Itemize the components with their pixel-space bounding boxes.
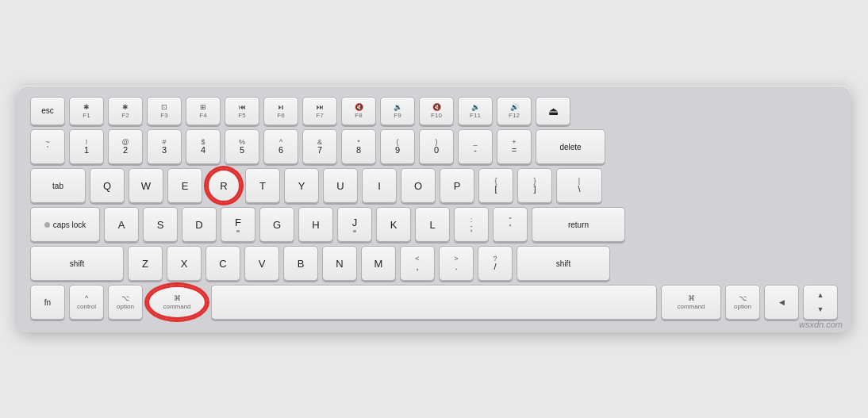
key-space[interactable] xyxy=(211,285,657,320)
key-return[interactable]: return xyxy=(532,207,625,242)
key-tab[interactable]: tab xyxy=(30,168,86,203)
key-i[interactable]: I xyxy=(362,168,397,203)
key-1[interactable]: ! 1 xyxy=(69,129,104,164)
key-shift-right[interactable]: shift xyxy=(517,246,610,281)
key-6[interactable]: ^ 6 xyxy=(263,129,298,164)
watermark-text: wsxdn.com xyxy=(799,320,843,329)
key-delete[interactable]: delete xyxy=(536,129,605,164)
key-c[interactable]: C xyxy=(205,246,240,281)
zxcv-row: shift Z X C V B N M < xyxy=(30,246,838,281)
key-m[interactable]: M xyxy=(361,246,396,281)
key-equal[interactable]: + = xyxy=(497,129,532,164)
key-f5[interactable]: ⏮ F5 xyxy=(225,97,259,125)
key-s[interactable]: S xyxy=(143,207,178,242)
key-e[interactable]: E xyxy=(167,168,202,203)
key-n[interactable]: N xyxy=(322,246,357,281)
key-y[interactable]: Y xyxy=(284,168,319,203)
f-bump xyxy=(236,230,240,232)
key-l[interactable]: L xyxy=(415,207,450,242)
key-8[interactable]: * 8 xyxy=(341,129,376,164)
key-z[interactable]: Z xyxy=(128,246,163,281)
key-f11[interactable]: 🔉 F11 xyxy=(458,97,493,125)
key-f12[interactable]: 🔊 F12 xyxy=(497,97,532,125)
key-period[interactable]: > . xyxy=(439,246,474,281)
key-minus[interactable]: _ - xyxy=(458,129,493,164)
key-esc[interactable]: esc xyxy=(30,97,65,125)
key-f10[interactable]: 🔇 F10 xyxy=(419,97,454,125)
key-3[interactable]: # 3 xyxy=(147,129,182,164)
number-row: ~ ` ! 1 @ 2 # 3 $ 4 % 5 xyxy=(30,129,838,164)
key-4[interactable]: $ 4 xyxy=(186,129,221,164)
key-r[interactable]: R xyxy=(206,168,241,203)
key-backslash[interactable]: | \ xyxy=(556,168,602,203)
key-9[interactable]: ( 9 xyxy=(380,129,415,164)
key-k[interactable]: K xyxy=(376,207,411,242)
key-backtick[interactable]: ~ ` xyxy=(30,129,65,164)
key-u[interactable]: U xyxy=(323,168,358,203)
key-semicolon[interactable]: : ; xyxy=(454,207,489,242)
key-o[interactable]: O xyxy=(401,168,436,203)
key-f3[interactable]: ⊡ F3 xyxy=(147,97,182,125)
key-0[interactable]: ) 0 xyxy=(419,129,454,164)
key-f8[interactable]: 🔇 F8 xyxy=(341,97,376,125)
key-arrow-left[interactable]: ◀ xyxy=(764,285,799,320)
key-lbracket[interactable]: { [ xyxy=(478,168,513,203)
key-t[interactable]: T xyxy=(245,168,280,203)
key-2[interactable]: @ 2 xyxy=(108,129,143,164)
qwerty-row: tab Q W E R T Y U I xyxy=(30,168,838,203)
key-command-left[interactable]: ⌘ command xyxy=(147,285,207,320)
bottom-row: fn ^ control ⌥ option ⌘ command ⌘ comman… xyxy=(30,285,838,320)
key-arrow-updown[interactable]: ▲ ▼ xyxy=(803,285,838,320)
key-option-left[interactable]: ⌥ option xyxy=(108,285,143,320)
key-quote[interactable]: " ' xyxy=(493,207,528,242)
key-j[interactable]: J xyxy=(337,207,372,242)
asdf-row: caps lock A S D F G H J xyxy=(30,207,838,242)
key-f6[interactable]: ⏯ F6 xyxy=(263,97,298,125)
keyboard-rows: esc ✱ F1 ✱ F2 ⊡ F3 ⊞ F4 ⏮ F5 xyxy=(30,97,838,320)
key-rbracket[interactable]: } ] xyxy=(517,168,552,203)
key-f2[interactable]: ✱ F2 xyxy=(108,97,143,125)
key-v[interactable]: V xyxy=(244,246,279,281)
key-option-right[interactable]: ⌥ option xyxy=(725,285,760,320)
key-b[interactable]: B xyxy=(283,246,318,281)
key-w[interactable]: W xyxy=(129,168,163,203)
key-h[interactable]: H xyxy=(298,207,333,242)
key-x[interactable]: X xyxy=(167,246,202,281)
key-comma[interactable]: < , xyxy=(400,246,435,281)
key-g[interactable]: G xyxy=(259,207,294,242)
key-f4[interactable]: ⊞ F4 xyxy=(186,97,221,125)
key-7[interactable]: & 7 xyxy=(302,129,337,164)
key-eject[interactable]: ⏏ xyxy=(536,97,570,125)
keyboard: esc ✱ F1 ✱ F2 ⊡ F3 ⊞ F4 ⏮ F5 xyxy=(17,86,851,332)
key-f1[interactable]: ✱ F1 xyxy=(69,97,104,125)
key-command-right[interactable]: ⌘ command xyxy=(661,285,721,320)
key-f7[interactable]: ⏭ F7 xyxy=(302,97,337,125)
key-slash[interactable]: ? / xyxy=(478,246,513,281)
key-control[interactable]: ^ control xyxy=(69,285,104,320)
key-fn[interactable]: fn xyxy=(30,285,65,320)
key-5[interactable]: % 5 xyxy=(225,129,259,164)
key-d[interactable]: D xyxy=(182,207,217,242)
capslock-indicator xyxy=(44,222,50,228)
key-p[interactable]: P xyxy=(440,168,474,203)
j-bump xyxy=(353,230,356,232)
key-f9[interactable]: 🔉 F9 xyxy=(380,97,415,125)
key-capslock[interactable]: caps lock xyxy=(30,207,100,242)
key-f[interactable]: F xyxy=(221,207,255,242)
key-q[interactable]: Q xyxy=(90,168,125,203)
fn-row: esc ✱ F1 ✱ F2 ⊡ F3 ⊞ F4 ⏮ F5 xyxy=(30,97,838,125)
key-a[interactable]: A xyxy=(104,207,139,242)
key-shift-left[interactable]: shift xyxy=(30,246,124,281)
